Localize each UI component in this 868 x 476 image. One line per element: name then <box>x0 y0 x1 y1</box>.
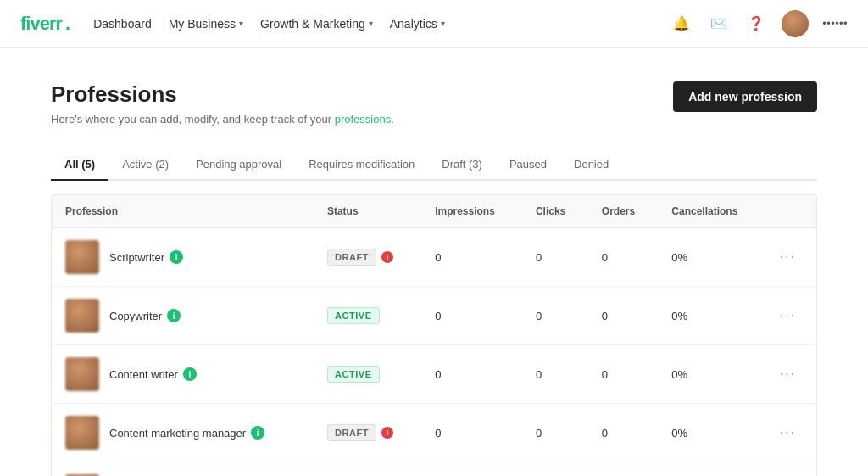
cancellations-cell: 0% <box>658 404 765 462</box>
nav-dashboard-label: Dashboard <box>93 17 152 31</box>
status-badge: DRAFT <box>327 249 376 266</box>
profession-cell: Content writer i <box>52 345 314 404</box>
profession-name: Content writer i <box>109 367 197 381</box>
nav-my-business[interactable]: My Business ▾ <box>169 17 243 31</box>
clicks-cell: 0 <box>522 462 588 477</box>
profession-name: Scriptwriter i <box>109 250 183 264</box>
orders-cell: 0 <box>588 228 659 287</box>
header-right: 🔔 ✉️ ❓ •••••• <box>670 10 848 37</box>
more-options-button[interactable]: ··· <box>780 249 796 265</box>
actions-cell: ··· <box>766 462 816 477</box>
nav-dashboard[interactable]: Dashboard <box>93 17 152 31</box>
notifications-icon[interactable]: 🔔 <box>670 12 693 36</box>
cancellations-cell: 0% <box>658 462 765 477</box>
actions-cell: ··· <box>766 345 816 404</box>
logo-text: fiverr <box>20 13 62 35</box>
avatar-image <box>782 10 809 37</box>
cancellations-cell: 0% <box>658 287 765 345</box>
profession-cell: Scriptwriter i <box>52 228 314 287</box>
subtitle-text: Here's where you can add, modify, and ke… <box>51 113 331 126</box>
page-subtitle: Here's where you can add, modify, and ke… <box>51 113 394 126</box>
col-actions <box>766 195 816 228</box>
tab-requires-mod[interactable]: Requires modification <box>295 149 428 181</box>
impressions-cell: 0 <box>421 404 522 462</box>
col-profession: Profession <box>52 195 314 228</box>
info-icon[interactable]: i <box>251 426 264 440</box>
profession-avatar <box>65 416 99 450</box>
clicks-cell: 0 <box>522 228 588 287</box>
profession-name: Content marketing manager i <box>109 426 264 440</box>
status-cell: DRAFT ! <box>314 462 421 477</box>
table-row: Content writer i ACTIVE 0 0 0 0% ··· <box>52 345 816 404</box>
col-clicks: Clicks <box>522 195 588 228</box>
professions-link[interactable]: professions <box>335 113 391 126</box>
actions-cell: ··· <box>766 404 816 462</box>
more-options-button[interactable]: ··· <box>780 425 796 440</box>
add-profession-button[interactable]: Add new profession <box>673 81 817 112</box>
actions-cell: ··· <box>766 228 816 287</box>
info-icon[interactable]: i <box>170 250 183 264</box>
header: fiverr. Dashboard My Business ▾ Growth &… <box>0 0 868 48</box>
profession-avatar <box>65 357 99 391</box>
info-icon[interactable]: i <box>167 309 181 322</box>
table-row: Content marketing manager i DRAFT ! 0 0 … <box>52 404 816 462</box>
chevron-down-icon: ▾ <box>369 19 373 28</box>
actions-cell: ··· <box>766 287 816 345</box>
info-icon[interactable]: i <box>183 367 197 381</box>
impressions-cell: 0 <box>421 287 522 345</box>
header-left: fiverr. Dashboard My Business ▾ Growth &… <box>20 13 445 35</box>
profession-avatar <box>65 240 99 274</box>
more-options-button[interactable]: ··· <box>780 308 796 323</box>
status-cell: ACTIVE <box>314 345 421 404</box>
nav-analytics[interactable]: Analytics ▾ <box>390 17 445 31</box>
logo[interactable]: fiverr. <box>20 13 70 35</box>
cancellations-cell: 0% <box>658 228 765 287</box>
alert-icon: ! <box>381 251 393 263</box>
status-badge: ACTIVE <box>327 366 380 383</box>
status-badge: DRAFT <box>327 424 376 441</box>
tab-paused[interactable]: Paused <box>496 149 560 181</box>
tab-draft[interactable]: Draft (3) <box>428 149 496 181</box>
nav-growth-marketing[interactable]: Growth & Marketing ▾ <box>260 17 373 31</box>
main-nav: Dashboard My Business ▾ Growth & Marketi… <box>93 17 445 31</box>
more-options-button[interactable]: ··· <box>780 367 796 382</box>
col-orders: Orders <box>588 195 659 228</box>
username: •••••• <box>822 17 848 30</box>
nav-growth-label: Growth & Marketing <box>260 17 365 31</box>
status-cell: DRAFT ! <box>314 404 421 462</box>
status-cell: ACTIVE <box>314 287 421 345</box>
tab-active[interactable]: Active (2) <box>108 149 182 181</box>
chevron-down-icon: ▾ <box>441 19 445 28</box>
nav-my-business-label: My Business <box>169 17 236 31</box>
chevron-down-icon: ▾ <box>239 19 243 28</box>
main-content: Professions Here's where you can add, mo… <box>0 48 868 476</box>
profession-name: Copywriter i <box>109 309 181 322</box>
profession-cell: Content marketing manager i <box>52 404 314 462</box>
tab-all[interactable]: All (5) <box>51 149 108 181</box>
orders-cell: 0 <box>588 462 659 477</box>
impressions-cell: 0 <box>421 345 522 404</box>
clicks-cell: 0 <box>522 345 588 404</box>
tab-denied[interactable]: Denied <box>560 149 622 181</box>
table-row: Author i DRAFT ! 0 0 0 0% ··· <box>52 462 816 477</box>
tabs: All (5) Active (2) Pending approval Requ… <box>51 149 817 181</box>
tab-pending[interactable]: Pending approval <box>182 149 295 181</box>
logo-dot: . <box>65 13 70 35</box>
cancellations-cell: 0% <box>658 345 765 404</box>
orders-cell: 0 <box>588 287 659 345</box>
profession-avatar <box>65 299 99 333</box>
help-icon[interactable]: ❓ <box>744 12 768 36</box>
clicks-cell: 0 <box>522 404 588 462</box>
col-cancellations: Cancellations <box>658 195 765 228</box>
page-header: Professions Here's where you can add, mo… <box>51 81 817 126</box>
status-cell: DRAFT ! <box>314 228 421 287</box>
avatar[interactable] <box>782 10 809 37</box>
orders-cell: 0 <box>588 404 659 462</box>
messages-icon[interactable]: ✉️ <box>707 12 731 36</box>
orders-cell: 0 <box>588 345 659 404</box>
nav-analytics-label: Analytics <box>390 17 437 31</box>
status-badge: ACTIVE <box>327 307 380 324</box>
page-title: Professions <box>51 81 394 108</box>
table-row: Scriptwriter i DRAFT ! 0 0 0 0% ··· <box>52 228 816 287</box>
impressions-cell: 0 <box>421 462 522 477</box>
